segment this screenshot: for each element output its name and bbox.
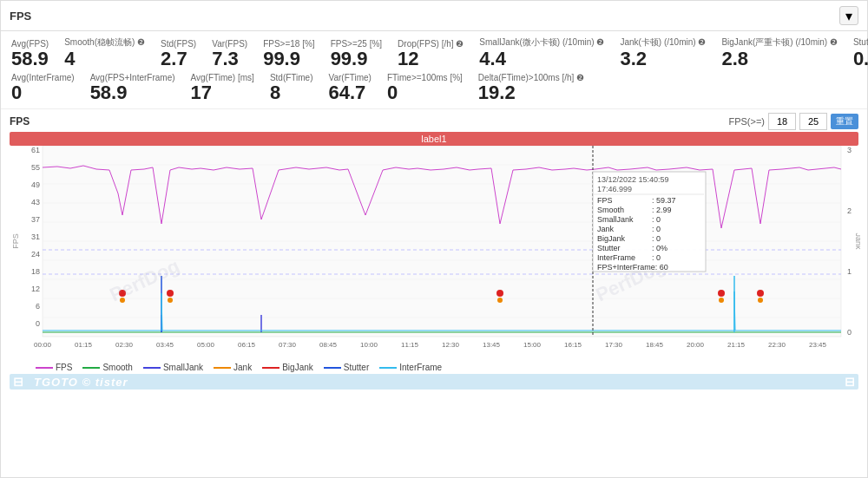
stat-value2-0: 0: [11, 82, 22, 103]
fps-threshold-input-1[interactable]: [768, 113, 796, 130]
smalljank-legend-label: SmallJank: [163, 363, 203, 372]
stat-value-3: 7.3: [212, 49, 239, 69]
svg-text:15:00: 15:00: [523, 341, 542, 349]
stat-item-3: Var(FPS) 7.3: [212, 39, 247, 69]
svg-text:49: 49: [31, 180, 40, 189]
svg-text:16:15: 16:15: [564, 341, 582, 349]
stat-item-1: Smooth(稳帧流畅) ❷ 4: [64, 36, 145, 69]
stat-value2-1: 58.9: [90, 82, 128, 103]
svg-point-36: [718, 290, 725, 297]
svg-text:12:30: 12:30: [442, 341, 460, 349]
stat-item2-4: Var(FTime) 64.7: [329, 73, 372, 103]
chevron-down-icon: ▾: [845, 8, 852, 24]
svg-text:13/12/2022 15:40:59: 13/12/2022 15:40:59: [597, 175, 669, 184]
svg-text:Jank: Jank: [854, 233, 860, 251]
stat-value-7: 4.4: [479, 49, 506, 69]
stat-item-2: Std(FPS) 2.7: [161, 39, 196, 69]
stat-label-10: Stutter(卡顿率) [%]: [853, 36, 868, 49]
stat-item-5: FPS>=25 [%] 99.9: [331, 39, 382, 69]
fps-threshold-input-2[interactable]: [799, 113, 827, 130]
svg-text:FPS: FPS: [11, 234, 20, 250]
stat-value-1: 4: [64, 49, 75, 69]
stat-item-0: Avg(FPS) 58.9: [11, 39, 49, 69]
svg-point-42: [758, 298, 763, 303]
scroll-right-icon[interactable]: ⊟: [845, 375, 855, 389]
svg-text:61: 61: [31, 146, 40, 154]
svg-point-39: [168, 298, 173, 303]
chart-title: FPS: [10, 115, 30, 128]
main-container: FPS ▾ Avg(FPS) 58.9 Smooth(稳帧流畅) ❷ 4 Std…: [0, 0, 868, 478]
svg-text:InterFrame: InterFrame: [597, 253, 635, 262]
stat-value2-5: 0: [387, 82, 398, 103]
chart-scrollbar[interactable]: ⊟ TGOTO © tister ⊟: [10, 374, 858, 390]
stat-value2-4: 64.7: [329, 82, 366, 103]
stat-value2-2: 17: [191, 82, 212, 103]
stutter-legend-label: Stutter: [344, 363, 369, 372]
svg-text:20:00: 20:00: [687, 341, 705, 349]
svg-text:22:30: 22:30: [768, 341, 786, 349]
svg-text:24: 24: [31, 250, 40, 259]
jank-legend-line: [214, 367, 231, 369]
svg-text:12: 12: [31, 285, 40, 293]
svg-text:21:15: 21:15: [727, 341, 746, 349]
stat-item-4: FPS>=18 [%] 99.9: [263, 39, 314, 69]
chart-label-bar: label1: [10, 132, 858, 146]
svg-text:08:45: 08:45: [319, 341, 338, 349]
svg-text:2: 2: [847, 206, 852, 215]
svg-text:17:46.999: 17:46.999: [597, 185, 632, 193]
stat-value-0: 58.9: [11, 49, 49, 69]
scrollbar-text: TGOTO © tister: [27, 376, 128, 389]
svg-text:FPS+InterFrame: 60: FPS+InterFrame: 60: [597, 263, 668, 272]
svg-point-34: [167, 290, 174, 297]
legend-bigjank: BigJank: [262, 363, 313, 372]
scroll-left-icon[interactable]: ⊟: [13, 375, 23, 389]
stat-label-9: BigJank(严重卡顿) (/10min) ❷: [721, 36, 837, 49]
svg-text:: 0%: : 0%: [652, 244, 667, 252]
dropdown-button[interactable]: ▾: [839, 6, 858, 25]
legend-smooth: Smooth: [82, 363, 132, 372]
stat-label-1: Smooth(稳帧流畅) ❷: [64, 36, 145, 49]
stats-row-1: Avg(FPS) 58.9 Smooth(稳帧流畅) ❷ 4 Std(FPS) …: [11, 36, 857, 69]
stat-value-2: 2.7: [161, 49, 187, 69]
chart-header: FPS FPS(>=) 重置: [10, 109, 858, 132]
stats-row-2: Avg(InterFrame) 0 Avg(FPS+InterFrame) 58…: [11, 73, 857, 103]
interframe-legend-line: [379, 367, 397, 369]
stat-item-8: Jank(卡顿) (/10min) ❷ 3.2: [620, 36, 706, 69]
svg-text:02:30: 02:30: [115, 341, 134, 349]
svg-text:23:45: 23:45: [809, 341, 827, 349]
svg-text:00:00: 00:00: [34, 341, 52, 349]
legend-fps: FPS: [36, 363, 72, 372]
stat-item-6: Drop(FPS) [/h] ❷ 12: [398, 39, 464, 69]
svg-text:07:30: 07:30: [279, 341, 297, 349]
svg-point-37: [757, 290, 764, 297]
stat-item-10: Stutter(卡顿率) [%] 0.2: [853, 36, 868, 69]
reset-button[interactable]: 重置: [831, 114, 858, 129]
stat-item2-5: FTime>=100ms [%] 0: [387, 73, 463, 103]
svg-text:BigJank: BigJank: [597, 234, 626, 243]
svg-text:: 0: : 0: [652, 253, 661, 262]
stat-item2-2: Avg(FTime) [ms] 17: [191, 73, 254, 103]
stat-label-7: SmallJank(微小卡顿) (/10min) ❷: [479, 36, 604, 49]
svg-text:37: 37: [31, 215, 40, 224]
bigjank-legend-label: BigJank: [282, 363, 313, 372]
legend-interframe: InterFrame: [379, 363, 442, 372]
svg-text:06:15: 06:15: [238, 341, 256, 349]
stat-value-4: 99.9: [263, 49, 300, 69]
svg-text:: 0: : 0: [652, 225, 661, 233]
stat-item-9: BigJank(严重卡顿) (/10min) ❷ 2.8: [721, 36, 837, 69]
stat-label2-5: FTime>=100ms [%]: [387, 73, 463, 82]
svg-text:SmallJank: SmallJank: [597, 215, 634, 224]
panel-title: FPS: [10, 10, 31, 23]
svg-text:31: 31: [31, 232, 40, 241]
svg-text:13:45: 13:45: [483, 341, 501, 349]
title-bar: FPS ▾: [1, 1, 867, 31]
stat-value2-3: 8: [270, 82, 280, 103]
stat-item2-0: Avg(InterFrame) 0: [11, 73, 75, 103]
svg-text:0: 0: [36, 319, 40, 328]
stat-value-5: 99.9: [331, 49, 368, 69]
svg-text:Smooth: Smooth: [597, 206, 624, 214]
stat-item-7: SmallJank(微小卡顿) (/10min) ❷ 4.4: [479, 36, 604, 69]
stat-value-8: 3.2: [620, 49, 647, 69]
svg-text:0: 0: [847, 328, 852, 337]
stat-item2-3: Std(FTime) 8: [270, 73, 313, 103]
